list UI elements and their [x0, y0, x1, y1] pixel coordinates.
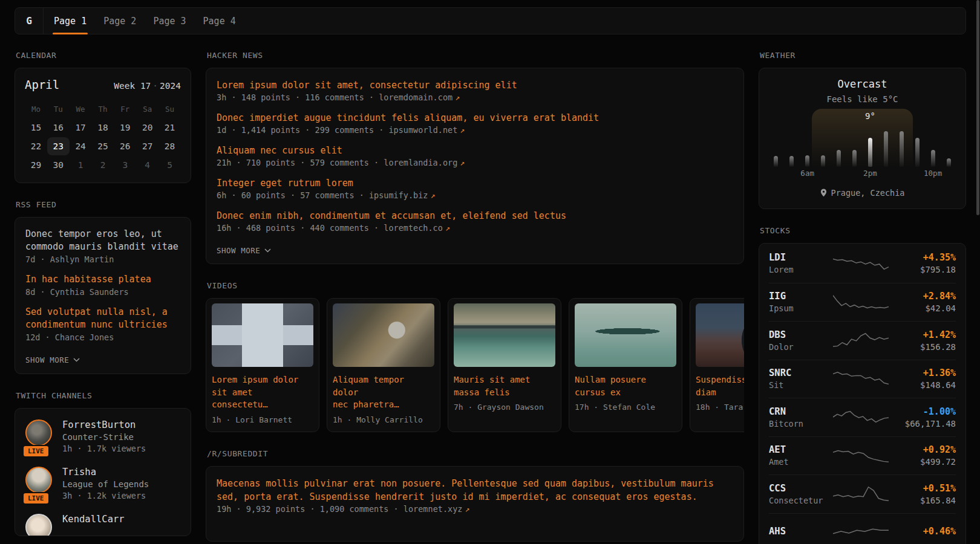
hn-item-stats: 3h · 148 points · 116 comments ·: [217, 92, 379, 102]
hn-item-title[interactable]: Donec imperdiet augue tincidunt felis al…: [217, 111, 733, 125]
video-title-line: Suspendisse: [696, 374, 744, 386]
video-title-line: Aliquam tempor dolor: [333, 374, 434, 398]
rss-item: In hac habitasse platea 8d · Cynthia Sau…: [25, 273, 180, 297]
avatar[interactable]: [25, 419, 52, 446]
stock-name: Ipsum: [769, 303, 833, 313]
channel-name[interactable]: KendallCarr: [62, 514, 125, 525]
stock-symbol[interactable]: SNRC: [769, 368, 833, 378]
calendar-day: 24: [70, 137, 92, 155]
weather-bar: [931, 150, 935, 167]
stock-price: $42.04: [889, 303, 956, 313]
hn-item-title[interactable]: Integer eget rutrum lorem: [217, 176, 733, 190]
external-link-icon: ↗: [443, 224, 450, 233]
hn-item-title[interactable]: Aliquam nec cursus elit: [217, 144, 733, 157]
avatar[interactable]: [25, 514, 52, 536]
video-title[interactable]: Aliquam tempor dolornec pharetra…: [333, 374, 434, 411]
live-badge: LIVE: [22, 492, 50, 505]
stock-symbol[interactable]: AHS: [769, 526, 833, 537]
video-title[interactable]: Mauris sit ametmassa felis: [454, 374, 555, 398]
weather-graph: 9° 6am 2pm 10pm: [774, 117, 951, 178]
rss-item-title[interactable]: Donec tempor eros leo, ut commodo mauris…: [25, 228, 180, 253]
hn-item-domain[interactable]: loremdomain.com: [379, 92, 452, 102]
hn-item-domain[interactable]: loremlandia.org: [384, 158, 457, 167]
calendar-day: 29: [25, 156, 47, 174]
tab-page-1[interactable]: Page 1: [47, 8, 93, 34]
stock-symbol[interactable]: LDI: [769, 252, 833, 263]
video-title[interactable]: Lorem ipsum dolorsit amet consectetu…: [212, 374, 313, 411]
twitch-channel-row: KendallCarr: [25, 514, 180, 536]
stock-symbol[interactable]: CCS: [769, 483, 833, 494]
reddit-post-title[interactable]: Maecenas mollis pulvinar erat non posuer…: [217, 477, 733, 504]
video-card: Suspendissediam 18h · Tara: [690, 298, 744, 432]
weather-graph-bars: [774, 129, 951, 167]
show-more-button[interactable]: SHOW MORE: [217, 246, 271, 255]
weather-hour-label: 10pm: [924, 169, 942, 178]
calendar-grid: Mo Tu We Th Fr Sa Su 15 16 17 18 19 20 2…: [25, 100, 181, 174]
weather-location: Prague, Czechia: [831, 188, 905, 198]
stock-row: CRNBitcorn -1.00%$66,171.48: [769, 398, 956, 436]
stock-change: +0.92%: [889, 444, 956, 455]
scrollbar-thumb[interactable]: [976, 0, 979, 215]
hn-item-domain[interactable]: ipsumify.biz: [369, 190, 428, 200]
hn-section-label: HACKER NEWS: [207, 51, 744, 60]
stock-symbol[interactable]: DBS: [769, 329, 833, 340]
video-thumbnail[interactable]: [575, 303, 676, 367]
hn-item-title[interactable]: Donec enim nibh, condimentum et accumsan…: [217, 209, 733, 222]
channel-name[interactable]: ForrestBurton: [62, 419, 146, 430]
video-card: Lorem ipsum dolorsit amet consectetu… 1h…: [206, 298, 319, 432]
video-thumbnail[interactable]: [454, 303, 555, 367]
tab-page-2[interactable]: Page 2: [97, 8, 143, 34]
middle-column: HACKER NEWS Lorem ipsum dolor sit amet, …: [206, 51, 744, 544]
video-title[interactable]: Nullam posuerecursus ex: [575, 374, 676, 398]
show-more-button[interactable]: SHOW MORE: [25, 355, 80, 364]
channel-name[interactable]: Trisha: [62, 467, 149, 478]
stock-sparkline: [833, 523, 889, 542]
navbar: G Page 1 Page 2 Page 3 Page 4: [15, 7, 966, 34]
rss-item-meta: 7d · Ashlyn Martin: [25, 254, 180, 264]
weather-bar: [774, 156, 778, 167]
video-card: Nullam posuerecursus ex 17h · Stefan Col…: [569, 298, 682, 432]
logo[interactable]: G: [15, 8, 44, 34]
video-title-line: Nullam posuere: [575, 374, 676, 386]
calendar-day: 26: [114, 137, 136, 155]
stock-symbol[interactable]: CRN: [769, 406, 833, 417]
stock-name: Amet: [769, 457, 833, 467]
stock-change: +4.35%: [889, 252, 956, 263]
videos-row: Lorem ipsum dolorsit amet consectetu… 1h…: [206, 298, 744, 432]
external-link-icon: ↗: [452, 93, 460, 102]
video-meta: 17h · Stefan Cole: [575, 403, 676, 412]
stock-symbol[interactable]: AET: [769, 444, 833, 455]
video-title-line: nec pharetra…: [333, 398, 434, 411]
calendar-day: 22: [25, 137, 47, 155]
rss-item-title[interactable]: In hac habitasse platea: [25, 273, 180, 286]
calendar-day: 30: [47, 156, 70, 174]
tab-page-3[interactable]: Page 3: [146, 8, 192, 34]
hn-item-domain[interactable]: ipsumworld.net: [388, 125, 457, 135]
weather-bar: [915, 138, 920, 167]
stock-name: Lorem: [769, 265, 833, 274]
video-thumbnail[interactable]: [333, 303, 434, 367]
stock-row: IIGIpsum +2.84%$42.04: [769, 283, 956, 322]
reddit-post-domain[interactable]: loremnet.xyz: [403, 504, 463, 514]
video-meta: 7h · Grayson Dawson: [454, 403, 555, 412]
video-thumbnail[interactable]: [212, 303, 313, 367]
live-badge: LIVE: [22, 445, 50, 458]
rss-item-title[interactable]: Sed volutpat nulla nisl, a condimentum n…: [25, 306, 180, 331]
hn-item-domain[interactable]: loremtech.co: [384, 223, 443, 233]
right-column: WEATHER Overcast Feels like 5°C 9° 6am 2…: [759, 51, 966, 544]
external-link-icon: ↗: [457, 126, 465, 135]
video-thumbnail[interactable]: [696, 303, 744, 367]
rss-item: Donec tempor eros leo, ut commodo mauris…: [25, 228, 180, 264]
stock-symbol[interactable]: IIG: [769, 291, 833, 302]
video-title-line: sit amet consectetu…: [212, 386, 313, 411]
weather-condition: Overcast: [769, 78, 956, 90]
tab-page-4[interactable]: Page 4: [197, 8, 243, 34]
hn-item-stats: 21h · 710 points · 579 comments ·: [217, 158, 384, 167]
weather-bar: [947, 158, 951, 167]
rss-widget: RSS FEED Donec tempor eros leo, ut commo…: [15, 200, 191, 374]
hn-item-title[interactable]: Lorem ipsum dolor sit amet, consectetur …: [217, 79, 733, 92]
calendar-week-label: Week 17·2024: [114, 81, 181, 91]
video-title[interactable]: Suspendissediam: [696, 374, 744, 398]
avatar[interactable]: [25, 467, 52, 493]
stock-sparkline: [833, 408, 889, 426]
